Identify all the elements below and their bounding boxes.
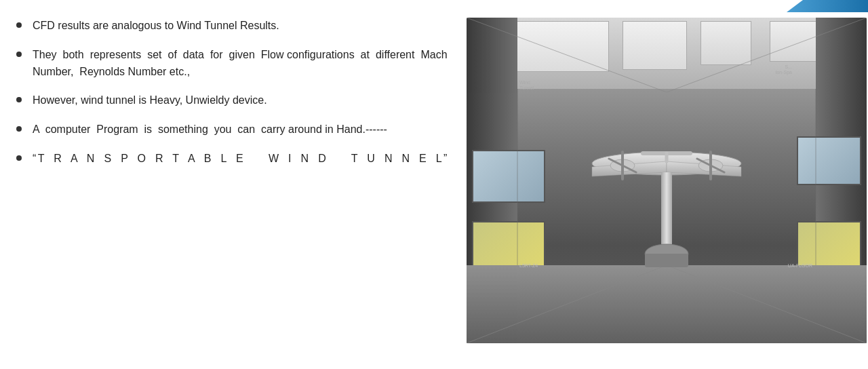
bullet-text-4: A computer Program is something you can …	[33, 121, 450, 138]
bullet-item-3: However, wind tunnel is Heavy, Unwieldy …	[16, 92, 450, 109]
bullet-list: CFD results are analogous to Wind Tunnel…	[16, 18, 450, 180]
svg-text:ton-Spa: ton-Spa	[775, 70, 792, 75]
bullet-item-5: “T R A N S P O R T A B L E W I N D T U N…	[16, 151, 450, 168]
bullet-item-1: CFD results are analogous to Wind Tunnel…	[16, 18, 450, 35]
bullet-text-5: “T R A N S P O R T A B L E W I N D T U N…	[33, 151, 450, 168]
bullet-dot-1	[16, 22, 22, 28]
svg-line-3	[667, 265, 867, 343]
wind-tunnel-image: Wind Tunnel S... ton-Spa L5RT-Z4 UA-FLGO…	[467, 18, 867, 343]
svg-rect-19	[645, 254, 688, 267]
main-container: CFD results are analogous to Wind Tunnel…	[0, 0, 868, 369]
bullet-dot-2	[16, 52, 22, 57]
bullet-dot-3	[16, 97, 22, 102]
svg-line-0	[467, 18, 667, 92]
svg-text:Tunnel: Tunnel	[519, 85, 534, 90]
svg-text:Wind: Wind	[519, 80, 530, 85]
svg-text:L5RT-Z4: L5RT-Z4	[519, 263, 538, 268]
svg-rect-17	[661, 172, 672, 254]
bullet-item-2: They both represents set of data for giv…	[16, 47, 450, 81]
perspective-lines: Wind Tunnel S... ton-Spa L5RT-Z4 UA-FLGO…	[467, 18, 867, 343]
bullet-text-2: They both represents set of data for giv…	[33, 47, 450, 81]
left-panel: CFD results are analogous to Wind Tunnel…	[16, 12, 450, 357]
svg-line-2	[467, 265, 667, 343]
bullet-dot-5	[16, 155, 22, 161]
bullet-text-3: However, wind tunnel is Heavy, Unwieldy …	[33, 92, 450, 109]
bullet-text-1: CFD results are analogous to Wind Tunnel…	[33, 18, 450, 35]
svg-text:S...: S...	[785, 64, 792, 69]
bullet-dot-4	[16, 126, 22, 132]
right-panel: Wind Tunnel S... ton-Spa L5RT-Z4 UA-FLGO…	[467, 12, 867, 357]
bullet-item-4: A computer Program is something you can …	[16, 121, 450, 138]
svg-text:UA-FLGOR: UA-FLGOR	[788, 263, 812, 268]
svg-line-1	[667, 18, 867, 92]
